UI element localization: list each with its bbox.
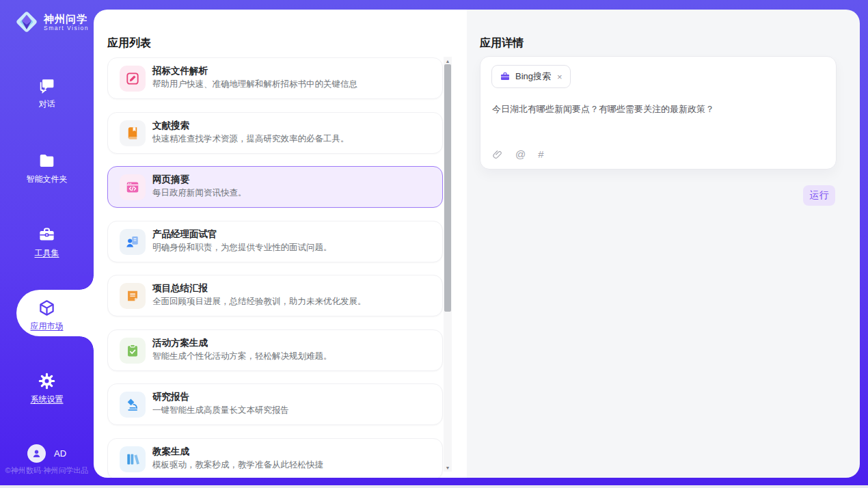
- app-card-title: 活动方案生成: [152, 337, 208, 349]
- app-card-desc: 快速精准查找学术资源，提高研究效率的必备工具。: [152, 133, 349, 145]
- chat-icon: [38, 77, 56, 95]
- brand-logo: 神州问学 Smart Vision: [14, 9, 89, 35]
- sidebar-footer: ©神州数码·神州问学出品: [0, 465, 94, 476]
- tool-chip-label: Bing搜索: [515, 70, 551, 83]
- app-card-desc: 帮助用户快速、准确地理解和解析招标书中的关键信息: [152, 79, 357, 90]
- app-card[interactable]: 网页摘要 每日政府新闻资讯快查。: [107, 166, 443, 208]
- books-icon: [125, 452, 140, 467]
- app-card-desc: 全面回顾项目进展，总结经验教训，助力未来优化发展。: [152, 296, 366, 308]
- tool-chip-bing-search[interactable]: Bing搜索 ×: [491, 65, 571, 88]
- app-card-title: 招标文件解析: [152, 65, 208, 77]
- app-card-title: 网页摘要: [152, 174, 189, 186]
- app-card-title: 项目总结汇报: [152, 282, 208, 295]
- folder-icon: [38, 152, 56, 170]
- app-card-desc: 一键智能生成高质量长文本研究报告: [152, 405, 289, 416]
- hash-icon[interactable]: #: [538, 149, 543, 160]
- browser-code-icon: [125, 180, 140, 195]
- user-initials: AD: [54, 448, 66, 459]
- person-icon: [31, 448, 42, 459]
- microscope-icon: [125, 397, 140, 412]
- app-card-desc: 模板驱动，教案秒成，教学准备从此轻松快捷: [152, 459, 323, 471]
- brand-tagline: Smart Vision: [44, 25, 89, 31]
- paperclip-icon[interactable]: [492, 149, 503, 160]
- sidebar-item-5[interactable]: 系统设置: [0, 372, 94, 405]
- at-icon[interactable]: @: [515, 149, 526, 160]
- scrollbar-thumb[interactable]: [444, 64, 451, 312]
- brand-name: 神州问学: [44, 13, 89, 25]
- chip-close-icon[interactable]: ×: [557, 72, 562, 81]
- gear-icon: [38, 372, 56, 390]
- clipboard-check-icon: [125, 343, 140, 358]
- note-icon: [125, 288, 140, 303]
- run-button[interactable]: 运行: [803, 185, 835, 206]
- app-card-desc: 智能生成个性化活动方案，轻松解决规划难题。: [152, 351, 332, 362]
- app-card[interactable]: 产品经理面试官 明确身份和职责，为您提供专业性的面试问题。: [107, 221, 443, 262]
- app-card-desc: 明确身份和职责，为您提供专业性的面试问题。: [152, 242, 332, 254]
- app-list: 招标文件解析 帮助用户快速、准确地理解和解析招标书中的关键信息 文献搜索 快速精…: [107, 57, 443, 478]
- list-scrollbar[interactable]: ▲ ▼: [444, 57, 452, 472]
- app-card-desc: 每日政府新闻资讯快查。: [152, 187, 247, 199]
- sidebar-item-3[interactable]: 工具集: [0, 226, 94, 259]
- app-card-title: 研究报告: [152, 391, 189, 403]
- app-card[interactable]: 活动方案生成 智能生成个性化活动方案，轻松解决规划难题。: [107, 329, 443, 371]
- app-detail-title: 应用详情: [480, 36, 524, 51]
- app-card[interactable]: 教案生成 模板驱动，教案秒成，教学准备从此轻松快捷: [107, 438, 443, 478]
- sidebar-item-1[interactable]: 对话: [0, 77, 94, 110]
- edit-square-icon: [125, 71, 140, 86]
- sidebar-item-4[interactable]: 应用市场: [0, 299, 94, 332]
- book-icon: [125, 126, 140, 141]
- sidebar: 神州问学 Smart Vision 对话 智能文件夹 工具集 应用市场 系统设置…: [0, 0, 94, 485]
- content-shell: 应用列表 招标文件解析 帮助用户快速、准确地理解和解析招标书中的关键信息 文献搜…: [94, 10, 860, 478]
- app-detail-panel: 应用详情 Bing搜索 × 今日湖北有哪些新闻要点？有哪些需要关注的最新政策？ …: [467, 10, 860, 478]
- diamond-logo-icon: [14, 9, 40, 35]
- toolbox-icon: [38, 226, 56, 244]
- cube-icon: [38, 299, 56, 317]
- app-card-title: 教案生成: [152, 446, 189, 458]
- sidebar-item-2[interactable]: 智能文件夹: [0, 152, 94, 185]
- avatar[interactable]: [27, 444, 46, 463]
- interview-icon: [125, 234, 140, 249]
- app-card[interactable]: 研究报告 一键智能生成高质量长文本研究报告: [107, 383, 443, 425]
- app-card[interactable]: 招标文件解析 帮助用户快速、准确地理解和解析招标书中的关键信息: [107, 57, 443, 99]
- composer-toolbar: @ #: [492, 149, 544, 160]
- app-card-title: 产品经理面试官: [152, 228, 217, 241]
- scroll-down-arrow-icon[interactable]: ▼: [444, 463, 452, 472]
- prompt-card: Bing搜索 × 今日湖北有哪些新闻要点？有哪些需要关注的最新政策？ @ #: [480, 56, 837, 170]
- app-card[interactable]: 文献搜索 快速精准查找学术资源，提高研究效率的必备工具。: [107, 112, 443, 154]
- app-list-panel: 应用列表 招标文件解析 帮助用户快速、准确地理解和解析招标书中的关键信息 文献搜…: [94, 10, 467, 478]
- briefcase-icon: [500, 71, 511, 82]
- app-list-title: 应用列表: [107, 36, 151, 51]
- app-card[interactable]: 项目总结汇报 全面回顾项目进展，总结经验教训，助力未来优化发展。: [107, 275, 443, 316]
- bottom-frame-strip: [0, 485, 868, 488]
- app-card-title: 文献搜索: [152, 120, 189, 132]
- app-window: 神州问学 Smart Vision 对话 智能文件夹 工具集 应用市场 系统设置…: [0, 0, 868, 488]
- user-row[interactable]: AD: [27, 444, 66, 463]
- query-input[interactable]: 今日湖北有哪些新闻要点？有哪些需要关注的最新政策？: [492, 103, 824, 116]
